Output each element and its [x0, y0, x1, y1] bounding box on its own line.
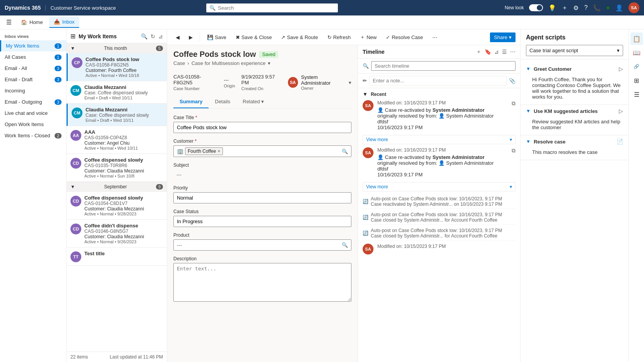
- work-item-test-title[interactable]: TT Test title: [67, 248, 167, 266]
- agent-scripts-header: Agent scripts Case trial agent script ▾: [521, 29, 629, 60]
- script-section-km-header[interactable]: ▼ Use KM suggested articles ▷: [521, 105, 629, 117]
- tab-related[interactable]: Related ▾: [236, 96, 270, 108]
- add-timeline-icon[interactable]: ＋: [476, 48, 481, 55]
- timeline-body: ▼ Recent SA Modified on: 10/16/2023 9:17…: [358, 88, 520, 362]
- work-item-coffee-dispensed[interactable]: CD Coffee dispensed slowly CAS-01035-T0R…: [67, 154, 167, 182]
- work-item-aaa[interactable]: AA AAA CAS-01059-C0P4Z8 Customer: Angel …: [67, 126, 167, 154]
- recent-group-header[interactable]: ▼ Recent: [363, 91, 516, 97]
- case-title: Coffee Pods stock low: [173, 50, 256, 59]
- save-button[interactable]: 💾 Save: [203, 32, 230, 42]
- chevron-down-icon: ▾: [349, 80, 351, 85]
- timeline-avatar: SA: [363, 147, 373, 158]
- timeline-search-input[interactable]: [371, 61, 516, 71]
- view-more-1[interactable]: View more ▾: [363, 135, 516, 144]
- script-greet-body: Hi Fourth Coffee, Thank you for contacti…: [521, 75, 629, 104]
- sidebar-item-my-work-items[interactable]: My Work Items 1: [0, 40, 66, 51]
- work-item-coffee-didnt-dispense[interactable]: CD Coffee didn't dispense CAS-01046-G8N5…: [67, 220, 167, 248]
- refresh-icon[interactable]: ↻: [151, 33, 155, 39]
- case-status-input[interactable]: [173, 216, 351, 227]
- sidebar-item-email-incoming[interactable]: Incoming: [0, 85, 66, 96]
- sidebar-item-email-outgoing[interactable]: Email - Outgoing 3: [0, 96, 66, 108]
- work-item-coffee-pods[interactable]: CP Coffee Pods stock low CAS-01058-F8G2N…: [67, 53, 167, 81]
- more-timeline-icon[interactable]: ⋯: [510, 49, 516, 55]
- phone-icon[interactable]: 📞: [593, 4, 601, 12]
- lightbulb-icon[interactable]: 💡: [548, 4, 556, 12]
- knowledge-base-icon[interactable]: 📖: [630, 46, 643, 59]
- copy-icon[interactable]: ⧉: [512, 147, 516, 154]
- work-item-claudia-2[interactable]: CM Claudia Mezzanni Case: Coffee dispens…: [67, 104, 167, 126]
- subject-field: Subject ---: [173, 162, 351, 180]
- refresh-button[interactable]: ↻ Refresh: [324, 32, 355, 42]
- this-month-group[interactable]: ▼ This month 5: [67, 43, 167, 53]
- autopost-icon: 🔄: [363, 215, 368, 220]
- script-section-resolve-header[interactable]: ▼ Resolve case 📄: [521, 135, 629, 148]
- tab-details[interactable]: Details: [209, 96, 236, 108]
- sidebar-item-work-closed[interactable]: Work Items - Closed 2: [0, 130, 66, 141]
- work-item-avatar: CD: [70, 196, 81, 207]
- search-input[interactable]: [218, 5, 335, 11]
- help-icon[interactable]: ?: [584, 4, 587, 11]
- search-customer-icon[interactable]: 🔍: [342, 149, 348, 154]
- case-toolbar: ◀ ▶ 💾 Save ✖ Save & Close ↗ Save & Route…: [167, 29, 520, 45]
- grid-icon[interactable]: ⊞: [630, 74, 643, 87]
- description-textarea[interactable]: [173, 263, 351, 302]
- columns-icon[interactable]: ☰: [502, 49, 507, 55]
- run-script-icon[interactable]: ▷: [619, 66, 623, 72]
- hamburger-menu[interactable]: ☰: [3, 17, 15, 27]
- view-more-2[interactable]: View more ▾: [363, 182, 516, 191]
- attachment-icon[interactable]: 📎: [509, 78, 516, 84]
- priority-field: Priority: [173, 185, 351, 203]
- timeline-note-input[interactable]: [369, 76, 507, 85]
- global-search[interactable]: 🔍: [206, 3, 338, 12]
- sidebar-item-all-cases[interactable]: All Cases 1: [0, 51, 66, 63]
- more-button[interactable]: ⋯: [428, 32, 441, 42]
- similar-cases-icon[interactable]: 🔗: [630, 60, 643, 73]
- tab-summary[interactable]: Summary: [173, 96, 209, 108]
- filter-icon[interactable]: ⊿: [158, 33, 163, 39]
- september-group[interactable]: ▼ September 9: [67, 182, 167, 192]
- run-script-icon[interactable]: 📄: [617, 138, 623, 145]
- share-button[interactable]: Share ▾: [490, 32, 516, 42]
- search-icon[interactable]: 🔍: [141, 33, 147, 39]
- bookmark-icon[interactable]: 🔖: [485, 49, 491, 55]
- work-item-coffee-dispensed-sep1[interactable]: CD Coffee dispensed slowly CAS-01054-C8D…: [67, 192, 167, 220]
- plus-icon[interactable]: ＋: [562, 4, 568, 12]
- sidebar-item-live-chat[interactable]: Live chat and voice: [0, 108, 66, 119]
- work-item-claudia-1[interactable]: CM Claudia Mezzanni Case: Coffee dispens…: [67, 81, 167, 104]
- back-button[interactable]: ◀: [172, 32, 183, 42]
- pencil-icon: ✏: [363, 78, 367, 84]
- collapse-icon: ▼: [70, 184, 75, 190]
- timeline-icon-right[interactable]: ☰: [630, 88, 643, 101]
- chevron-down-icon: ▼: [526, 139, 531, 144]
- filter-timeline-icon[interactable]: ⊿: [494, 49, 499, 55]
- copy-icon[interactable]: ⧉: [512, 100, 516, 107]
- run-script-icon[interactable]: ▷: [619, 108, 623, 114]
- priority-input[interactable]: [173, 192, 351, 203]
- save-route-button[interactable]: ↗ Save & Route: [277, 32, 322, 42]
- auto-post-2: 🔄 Auto-post on Case Coffee Pods stock lo…: [363, 210, 516, 225]
- case-title-input[interactable]: [173, 122, 351, 133]
- sidebar-item-email-all[interactable]: Email - All 3: [0, 63, 66, 74]
- new-look-toggle[interactable]: [529, 4, 543, 11]
- forward-button[interactable]: ▶: [185, 32, 197, 42]
- script-section-greet-header[interactable]: ▼ Greet Customer ▷: [521, 63, 629, 75]
- autopost-icon: 🔄: [363, 231, 368, 236]
- new-button[interactable]: ＋ New: [356, 32, 380, 43]
- nav-inbox[interactable]: 📥 Inbox: [49, 17, 79, 28]
- save-close-button[interactable]: ✖ Save & Close: [232, 32, 276, 42]
- agent-scripts-icon[interactable]: 📋: [630, 32, 643, 45]
- user-icon[interactable]: 👤: [615, 4, 623, 12]
- resolve-case-button[interactable]: ✓ Resolve Case: [382, 32, 427, 42]
- nav-home[interactable]: 🏠 Home: [16, 17, 48, 27]
- customer-input[interactable]: 🏢 Fourth Coffee × 🔍: [173, 145, 351, 157]
- sidebar-item-open-work[interactable]: Open Work Items: [0, 119, 66, 130]
- avatar[interactable]: SA: [629, 2, 639, 13]
- sidebar-item-email-draft[interactable]: Email - Draft 3: [0, 74, 66, 85]
- case-body: Coffee Pods stock low Saved Case › Case …: [167, 45, 520, 362]
- script-selector[interactable]: Case trial agent script ▾: [526, 45, 623, 56]
- toolbar-separator: [200, 32, 200, 42]
- settings-icon[interactable]: ⚙: [573, 4, 579, 12]
- search-product-icon[interactable]: 🔍: [342, 242, 348, 248]
- remove-customer-button[interactable]: ×: [218, 149, 220, 154]
- presence-icon[interactable]: ●: [606, 4, 610, 11]
